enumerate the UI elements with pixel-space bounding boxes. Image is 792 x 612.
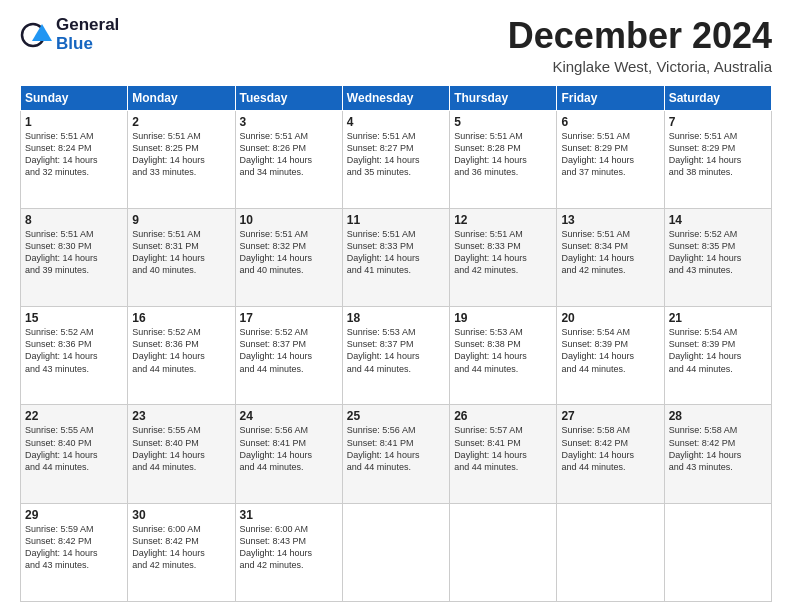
day-info: Sunrise: 5:57 AMSunset: 8:41 PMDaylight:… <box>454 424 552 473</box>
calendar-day-cell <box>342 503 449 601</box>
day-info: Sunrise: 5:53 AMSunset: 8:38 PMDaylight:… <box>454 326 552 375</box>
title-block: December 2024 Kinglake West, Victoria, A… <box>508 16 772 75</box>
day-number: 29 <box>25 508 123 522</box>
day-number: 18 <box>347 311 445 325</box>
day-number: 24 <box>240 409 338 423</box>
calendar-day-cell: 14Sunrise: 5:52 AMSunset: 8:35 PMDayligh… <box>664 208 771 306</box>
calendar-day-cell <box>664 503 771 601</box>
calendar-day-cell: 1Sunrise: 5:51 AMSunset: 8:24 PMDaylight… <box>21 110 128 208</box>
day-info: Sunrise: 5:58 AMSunset: 8:42 PMDaylight:… <box>669 424 767 473</box>
day-info: Sunrise: 5:51 AMSunset: 8:27 PMDaylight:… <box>347 130 445 179</box>
day-number: 2 <box>132 115 230 129</box>
day-number: 17 <box>240 311 338 325</box>
calendar-day-cell: 16Sunrise: 5:52 AMSunset: 8:36 PMDayligh… <box>128 307 235 405</box>
calendar-day-cell: 10Sunrise: 5:51 AMSunset: 8:32 PMDayligh… <box>235 208 342 306</box>
calendar-day-cell: 12Sunrise: 5:51 AMSunset: 8:33 PMDayligh… <box>450 208 557 306</box>
calendar-day-cell: 3Sunrise: 5:51 AMSunset: 8:26 PMDaylight… <box>235 110 342 208</box>
day-info: Sunrise: 5:51 AMSunset: 8:29 PMDaylight:… <box>669 130 767 179</box>
calendar-table: SundayMondayTuesdayWednesdayThursdayFrid… <box>20 85 772 602</box>
day-number: 27 <box>561 409 659 423</box>
day-info: Sunrise: 5:51 AMSunset: 8:34 PMDaylight:… <box>561 228 659 277</box>
calendar-day-cell: 30Sunrise: 6:00 AMSunset: 8:42 PMDayligh… <box>128 503 235 601</box>
calendar-header-row: SundayMondayTuesdayWednesdayThursdayFrid… <box>21 85 772 110</box>
calendar-day-cell: 15Sunrise: 5:52 AMSunset: 8:36 PMDayligh… <box>21 307 128 405</box>
day-info: Sunrise: 6:00 AMSunset: 8:43 PMDaylight:… <box>240 523 338 572</box>
day-info: Sunrise: 5:51 AMSunset: 8:25 PMDaylight:… <box>132 130 230 179</box>
day-info: Sunrise: 5:51 AMSunset: 8:29 PMDaylight:… <box>561 130 659 179</box>
day-info: Sunrise: 6:00 AMSunset: 8:42 PMDaylight:… <box>132 523 230 572</box>
day-number: 3 <box>240 115 338 129</box>
calendar-week-row: 15Sunrise: 5:52 AMSunset: 8:36 PMDayligh… <box>21 307 772 405</box>
day-info: Sunrise: 5:51 AMSunset: 8:33 PMDaylight:… <box>454 228 552 277</box>
calendar-week-row: 8Sunrise: 5:51 AMSunset: 8:30 PMDaylight… <box>21 208 772 306</box>
calendar-day-cell: 24Sunrise: 5:56 AMSunset: 8:41 PMDayligh… <box>235 405 342 503</box>
weekday-header: Saturday <box>664 85 771 110</box>
day-info: Sunrise: 5:52 AMSunset: 8:35 PMDaylight:… <box>669 228 767 277</box>
calendar-week-row: 1Sunrise: 5:51 AMSunset: 8:24 PMDaylight… <box>21 110 772 208</box>
day-number: 9 <box>132 213 230 227</box>
day-number: 28 <box>669 409 767 423</box>
day-info: Sunrise: 5:54 AMSunset: 8:39 PMDaylight:… <box>561 326 659 375</box>
weekday-header: Friday <box>557 85 664 110</box>
svg-marker-1 <box>32 24 52 41</box>
day-info: Sunrise: 5:51 AMSunset: 8:24 PMDaylight:… <box>25 130 123 179</box>
day-info: Sunrise: 5:51 AMSunset: 8:33 PMDaylight:… <box>347 228 445 277</box>
weekday-header: Tuesday <box>235 85 342 110</box>
day-number: 4 <box>347 115 445 129</box>
calendar-day-cell: 23Sunrise: 5:55 AMSunset: 8:40 PMDayligh… <box>128 405 235 503</box>
header: General Blue December 2024 Kinglake West… <box>20 16 772 75</box>
day-info: Sunrise: 5:51 AMSunset: 8:26 PMDaylight:… <box>240 130 338 179</box>
weekday-header: Monday <box>128 85 235 110</box>
day-info: Sunrise: 5:52 AMSunset: 8:36 PMDaylight:… <box>132 326 230 375</box>
day-number: 16 <box>132 311 230 325</box>
day-number: 21 <box>669 311 767 325</box>
weekday-header: Thursday <box>450 85 557 110</box>
day-number: 6 <box>561 115 659 129</box>
calendar-day-cell: 7Sunrise: 5:51 AMSunset: 8:29 PMDaylight… <box>664 110 771 208</box>
weekday-header: Wednesday <box>342 85 449 110</box>
day-info: Sunrise: 5:51 AMSunset: 8:28 PMDaylight:… <box>454 130 552 179</box>
calendar-day-cell: 27Sunrise: 5:58 AMSunset: 8:42 PMDayligh… <box>557 405 664 503</box>
day-info: Sunrise: 5:51 AMSunset: 8:31 PMDaylight:… <box>132 228 230 277</box>
logo-general: General <box>56 16 119 35</box>
calendar-day-cell: 31Sunrise: 6:00 AMSunset: 8:43 PMDayligh… <box>235 503 342 601</box>
day-info: Sunrise: 5:58 AMSunset: 8:42 PMDaylight:… <box>561 424 659 473</box>
logo: General Blue <box>20 16 119 53</box>
day-number: 1 <box>25 115 123 129</box>
calendar-day-cell: 26Sunrise: 5:57 AMSunset: 8:41 PMDayligh… <box>450 405 557 503</box>
calendar-day-cell: 8Sunrise: 5:51 AMSunset: 8:30 PMDaylight… <box>21 208 128 306</box>
calendar-week-row: 29Sunrise: 5:59 AMSunset: 8:42 PMDayligh… <box>21 503 772 601</box>
calendar-day-cell: 6Sunrise: 5:51 AMSunset: 8:29 PMDaylight… <box>557 110 664 208</box>
calendar-day-cell <box>557 503 664 601</box>
day-info: Sunrise: 5:51 AMSunset: 8:30 PMDaylight:… <box>25 228 123 277</box>
day-number: 19 <box>454 311 552 325</box>
calendar-day-cell: 19Sunrise: 5:53 AMSunset: 8:38 PMDayligh… <box>450 307 557 405</box>
logo-blue: Blue <box>56 35 119 54</box>
day-number: 31 <box>240 508 338 522</box>
calendar-day-cell: 5Sunrise: 5:51 AMSunset: 8:28 PMDaylight… <box>450 110 557 208</box>
logo-icon <box>20 19 52 51</box>
day-number: 20 <box>561 311 659 325</box>
day-info: Sunrise: 5:59 AMSunset: 8:42 PMDaylight:… <box>25 523 123 572</box>
calendar-day-cell: 25Sunrise: 5:56 AMSunset: 8:41 PMDayligh… <box>342 405 449 503</box>
page: General Blue December 2024 Kinglake West… <box>0 0 792 612</box>
day-number: 11 <box>347 213 445 227</box>
day-info: Sunrise: 5:54 AMSunset: 8:39 PMDaylight:… <box>669 326 767 375</box>
calendar-day-cell: 11Sunrise: 5:51 AMSunset: 8:33 PMDayligh… <box>342 208 449 306</box>
day-number: 7 <box>669 115 767 129</box>
calendar-day-cell: 21Sunrise: 5:54 AMSunset: 8:39 PMDayligh… <box>664 307 771 405</box>
day-number: 23 <box>132 409 230 423</box>
day-number: 8 <box>25 213 123 227</box>
calendar-day-cell: 13Sunrise: 5:51 AMSunset: 8:34 PMDayligh… <box>557 208 664 306</box>
calendar-day-cell: 4Sunrise: 5:51 AMSunset: 8:27 PMDaylight… <box>342 110 449 208</box>
day-number: 14 <box>669 213 767 227</box>
calendar-day-cell: 18Sunrise: 5:53 AMSunset: 8:37 PMDayligh… <box>342 307 449 405</box>
calendar-day-cell: 29Sunrise: 5:59 AMSunset: 8:42 PMDayligh… <box>21 503 128 601</box>
day-number: 22 <box>25 409 123 423</box>
calendar-day-cell <box>450 503 557 601</box>
day-info: Sunrise: 5:53 AMSunset: 8:37 PMDaylight:… <box>347 326 445 375</box>
day-info: Sunrise: 5:55 AMSunset: 8:40 PMDaylight:… <box>25 424 123 473</box>
calendar-day-cell: 9Sunrise: 5:51 AMSunset: 8:31 PMDaylight… <box>128 208 235 306</box>
location-title: Kinglake West, Victoria, Australia <box>508 58 772 75</box>
day-number: 26 <box>454 409 552 423</box>
